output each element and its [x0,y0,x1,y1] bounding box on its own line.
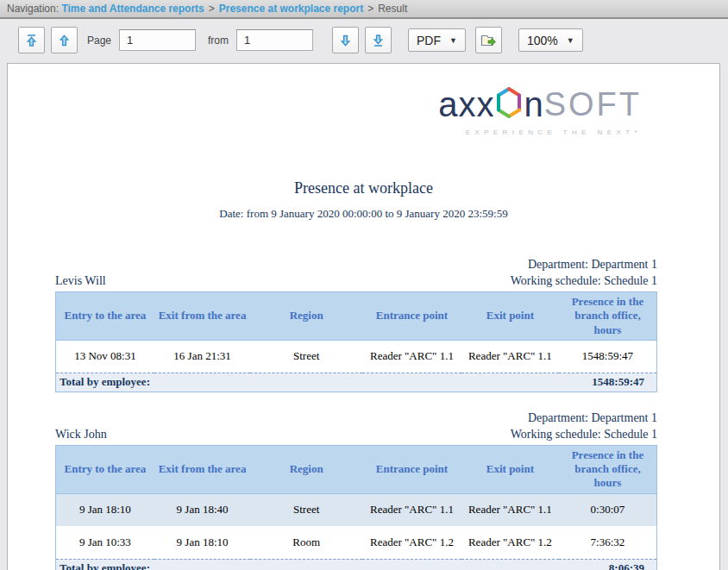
logo-text-n: n [524,87,543,122]
table-row: 9 Jan 10:33 9 Jan 18:10 Room Reader "ARC… [56,526,657,559]
cell-exit: 16 Jan 21:31 [154,340,251,373]
cell-exit: 9 Jan 18:40 [154,493,251,526]
report-viewer-window: Navigation: Time and Attendance reports>… [0,0,728,570]
cell-entrance-point: Reader "ARC" 1.2 [362,526,461,559]
table-row: 9 Jan 18:10 9 Jan 18:40 Street Reader "A… [56,493,657,526]
page-label: Page [87,34,111,47]
column-header: Region [250,292,362,341]
last-page-button[interactable] [365,27,392,53]
cell-region: Street [250,340,362,373]
logo-text-soft: SOFT [544,88,642,121]
column-header: Entrance point [362,445,461,493]
logo-tagline: EXPERIENCE THE NEXT* [466,128,642,136]
column-header: Exit point [461,445,559,493]
zoom-select[interactable]: 100% ▼ [518,28,583,52]
export-report-icon [480,33,497,47]
table-header-row: Entry to the area Exit from the area Reg… [56,292,657,341]
cell-entrance-point: Reader "ARC" 1.1 [362,493,461,526]
presence-table: Entry to the area Exit from the area Reg… [55,445,657,570]
cell-exit-point: Reader "ARC" 1.2 [461,526,559,559]
cell-entry: 9 Jan 18:10 [56,493,154,526]
cell-entry: 13 Nov 08:31 [56,340,154,373]
report-date-range: Date: from 9 January 2020 00:00:00 to 9 … [8,207,719,221]
table-header-row: Entry to the area Exit from the area Reg… [56,445,657,493]
employee-section-wick-john: Department: Department 1 Wick John Worki… [55,410,657,570]
arrow-down-to-line-icon [372,34,385,47]
column-header: Entry to the area [56,445,154,493]
cell-exit-point: Reader "ARC" 1.1 [461,340,559,373]
cell-entrance-point: Reader "ARC" 1.1 [362,340,461,373]
cell-exit-point: Reader "ARC" 1.1 [461,493,559,526]
logo-text-axx: axx [438,87,494,122]
hexagon-o-icon [495,86,523,122]
column-header: Presence in the branch office, hours [559,445,657,493]
cell-presence-hours: 1548:59:47 [559,340,657,373]
column-header: Presence in the branch office, hours [559,292,657,341]
working-schedule-label: Working schedule: Schedule 1 [511,426,657,442]
column-header: Exit from the area [154,445,251,493]
from-label: from [208,34,229,47]
toolbar: Page from PDF ▼ [0,19,728,61]
export-format-value: PDF [417,34,441,47]
total-row: Total by employee: 8:06:39 [56,559,657,570]
next-page-button[interactable] [332,27,359,53]
page-number-input[interactable] [119,29,196,51]
arrow-up-to-line-icon [25,34,38,47]
department-label: Department: Department 1 [55,410,657,426]
cell-exit: 9 Jan 18:10 [154,526,251,559]
chevron-down-icon: ▼ [449,36,457,45]
report-title: Presence at workplace [8,179,719,197]
total-pages-input[interactable] [236,29,313,51]
column-header: Exit from the area [154,292,251,341]
employee-name: Levis Will [55,272,106,289]
breadcrumb-current: Result [378,3,407,15]
column-header: Entrance point [362,292,461,341]
breadcrumb-separator: > [204,3,219,15]
chevron-down-icon: ▼ [567,36,574,45]
cell-presence-hours: 0:30:07 [559,493,657,526]
employee-section-levis-will: Department: Department 1 Levis Will Work… [55,257,657,392]
export-format-select[interactable]: PDF ▼ [408,28,466,52]
presence-table: Entry to the area Exit from the area Reg… [55,291,657,392]
cell-presence-hours: 7:36:32 [559,526,657,559]
axxonsoft-logo: axx n SOFT EXPE [8,86,642,136]
cell-region: Room [250,526,362,559]
total-label: Total by employee: [56,559,559,570]
breadcrumb-separator: > [363,3,378,15]
working-schedule-label: Working schedule: Schedule 1 [511,272,657,289]
breadcrumb: Navigation: Time and Attendance reports>… [0,0,728,19]
breadcrumb-prefix: Navigation: [7,3,61,15]
total-value: 8:06:39 [559,559,657,570]
report-page: axx n SOFT EXPE [7,63,720,570]
first-page-button[interactable] [18,27,45,53]
department-label: Department: Department 1 [55,257,657,272]
arrow-down-icon [339,34,352,47]
employee-name: Wick John [55,426,107,442]
cell-region: Street [250,493,362,526]
column-header: Region [250,445,362,493]
breadcrumb-link-presence-report[interactable]: Presence at workplace report [219,3,363,15]
cell-entry: 9 Jan 10:33 [56,526,154,559]
export-button[interactable] [475,27,502,53]
total-label: Total by employee: [56,373,559,391]
column-header: Exit point [461,292,559,341]
previous-page-button[interactable] [51,27,78,53]
breadcrumb-link-time-attendance[interactable]: Time and Attendance reports [61,3,204,15]
column-header: Entry to the area [56,292,154,341]
arrow-up-icon [58,34,71,47]
zoom-value: 100% [527,34,558,47]
table-row: 13 Nov 08:31 16 Jan 21:31 Street Reader … [56,340,657,373]
total-value: 1548:59:47 [559,373,657,391]
total-row: Total by employee: 1548:59:47 [56,373,657,391]
